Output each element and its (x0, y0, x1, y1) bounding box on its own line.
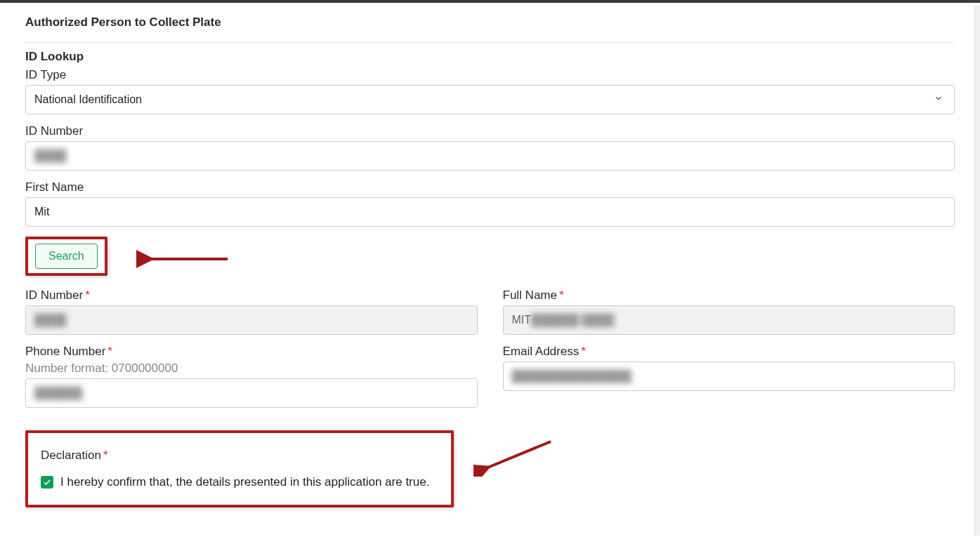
search-highlight-box: Search (25, 237, 107, 276)
scrollbar-track[interactable] (974, 6, 980, 536)
result-id-number-label: ID Number* (25, 288, 478, 303)
declaration-row: I hereby confirm that, the details prese… (41, 475, 438, 489)
result-id-number-input: ████ (25, 305, 478, 335)
declaration-highlight-box: Declaration* I hereby confirm that, the … (25, 430, 454, 507)
id-type-field: ID Type (25, 68, 955, 114)
id-number-field: ID Number ████ (25, 124, 955, 171)
id-number-label: ID Number (25, 124, 955, 138)
id-lookup-title: ID Lookup (25, 50, 955, 64)
arrow-annotation-icon (136, 245, 235, 273)
phone-input[interactable]: ██████ (25, 378, 478, 408)
search-button[interactable]: Search (35, 244, 98, 269)
email-field: Email Address* ███████████████ (503, 345, 955, 408)
result-full-name-field: Full Name* MIT ██████ ████ (503, 288, 955, 335)
first-name-field: First Name (25, 180, 955, 227)
declaration-label: Declaration* (41, 449, 438, 463)
declaration-text: I hereby confirm that, the details prese… (60, 475, 429, 489)
result-full-name-input: MIT ██████ ████ (503, 305, 955, 335)
declaration-checkbox[interactable] (41, 476, 53, 489)
id-number-input[interactable]: ████ (25, 141, 955, 171)
id-type-label: ID Type (25, 68, 955, 82)
result-id-number-field: ID Number* ████ (25, 288, 478, 335)
result-row-2: Phone Number* Number format: 0700000000 … (25, 345, 955, 418)
result-full-name-label: Full Name* (503, 288, 955, 303)
check-icon (43, 478, 51, 486)
result-row-1: ID Number* ████ Full Name* MIT ██████ ██… (25, 288, 955, 345)
phone-hint: Number format: 0700000000 (25, 361, 478, 376)
first-name-input[interactable] (25, 197, 955, 227)
phone-label: Phone Number* (25, 345, 478, 359)
email-input[interactable]: ███████████████ (503, 361, 955, 391)
id-type-select-wrap[interactable] (25, 85, 955, 114)
email-label: Email Address* (503, 345, 955, 359)
phone-field: Phone Number* Number format: 0700000000 … (25, 345, 478, 408)
divider (25, 42, 955, 43)
id-type-select[interactable] (25, 85, 955, 114)
section-title: Authorized Person to Collect Plate (25, 15, 955, 29)
svg-line-1 (486, 442, 551, 468)
arrow-annotation-icon (473, 434, 558, 477)
first-name-label: First Name (25, 180, 955, 194)
form-page: Authorized Person to Collect Plate ID Lo… (0, 0, 980, 536)
